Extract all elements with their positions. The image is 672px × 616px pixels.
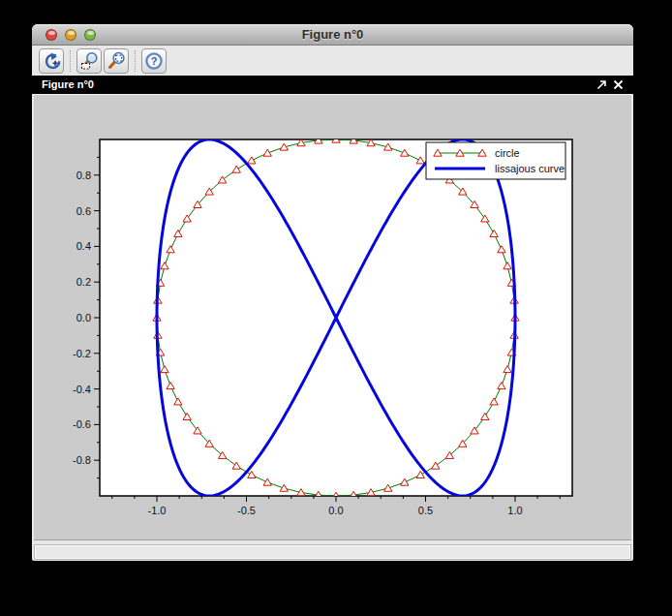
x-tick-label: -1.0	[148, 505, 167, 516]
y-tick-label: 0.0	[76, 312, 91, 323]
x-tick-label: -0.5	[237, 505, 256, 516]
zoom-rect-icon	[107, 51, 126, 71]
figure-window: Figure n°0	[32, 24, 633, 561]
toolbar-separator	[135, 50, 136, 72]
x-tick-label: 0.0	[328, 505, 343, 516]
zoom-selection-button[interactable]	[76, 48, 102, 74]
figure-plot[interactable]: -1.0-0.50.00.51.00.80.60.40.20.0-0.2-0.4…	[34, 95, 631, 541]
help-icon: ?	[144, 51, 164, 71]
window-title: Figure n°0	[32, 24, 633, 46]
window-titlebar: Figure n°0	[32, 24, 633, 46]
svg-text:?: ?	[151, 55, 158, 67]
status-bar	[34, 544, 631, 560]
y-tick-label: 0.4	[76, 240, 91, 252]
y-tick-label: -0.6	[73, 418, 91, 430]
float-window-icon[interactable]	[596, 78, 608, 91]
legend-label: circle	[495, 147, 520, 159]
help-button[interactable]: ?	[141, 48, 167, 74]
toolbar: ?	[32, 46, 633, 76]
x-tick-label: 1.0	[507, 505, 522, 516]
plot-canvas[interactable]: -1.0-0.50.00.51.00.80.60.40.20.0-0.2-0.4…	[34, 94, 631, 540]
zoom-selection-icon	[79, 51, 99, 71]
x-tick-label: 0.5	[418, 505, 433, 516]
y-tick-label: 0.8	[76, 169, 91, 181]
reset-view-button[interactable]	[39, 48, 64, 74]
toolbar-separator	[70, 50, 71, 72]
desktop-background: Figure n°0	[0, 0, 672, 616]
legend: circlelissajous curve	[426, 142, 565, 179]
reset-view-icon	[42, 51, 61, 71]
y-tick-label: -0.2	[73, 348, 91, 359]
y-tick-label: 0.6	[76, 205, 91, 217]
close-icon[interactable]	[612, 78, 625, 91]
y-tick-label: -0.8	[73, 454, 91, 466]
legend-label: lissajous curve	[495, 163, 565, 174]
dock-titlebar: Figure n°0	[32, 76, 633, 94]
dock-title: Figure n°0	[42, 76, 94, 94]
y-tick-label: -0.4	[73, 384, 91, 395]
zoom-rect-button[interactable]	[104, 48, 129, 74]
y-tick-label: 0.2	[76, 276, 91, 288]
